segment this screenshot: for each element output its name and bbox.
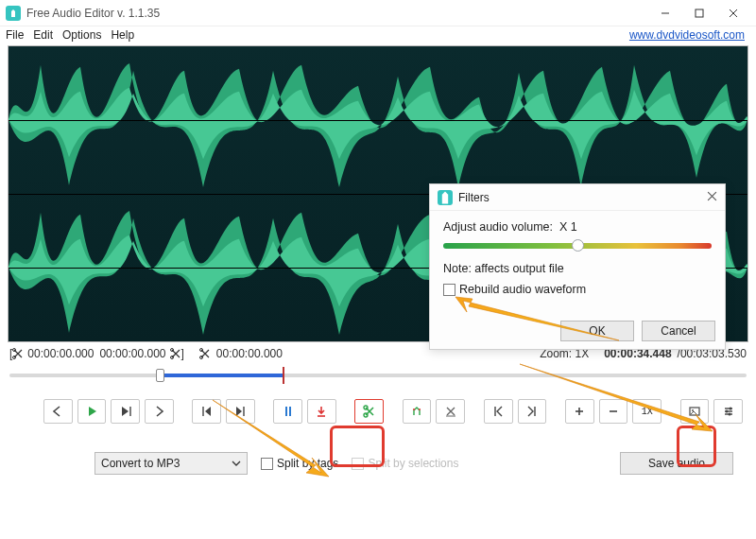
menu-options[interactable]: Options bbox=[62, 28, 101, 42]
volume-label: Adjust audio volume: bbox=[443, 220, 553, 234]
play-selection-button[interactable] bbox=[111, 399, 140, 424]
prev-marker-button[interactable] bbox=[192, 399, 221, 424]
volume-slider[interactable] bbox=[443, 243, 712, 249]
vendor-link[interactable]: www.dvdvideosoft.com bbox=[629, 28, 745, 42]
goto-start-button[interactable] bbox=[484, 399, 513, 424]
rebuild-waveform-checkbox[interactable]: Rebuild audio waveform bbox=[443, 283, 586, 296]
position-slider[interactable] bbox=[9, 365, 747, 390]
trim-button[interactable] bbox=[403, 399, 432, 424]
menu-help[interactable]: Help bbox=[111, 28, 134, 42]
close-button[interactable] bbox=[716, 2, 750, 25]
ok-button[interactable]: OK bbox=[560, 321, 634, 341]
volume-thumb[interactable] bbox=[572, 239, 584, 252]
selection-end-time: 00:00:00.000 bbox=[99, 347, 165, 360]
zoom-out-button[interactable] bbox=[599, 399, 628, 424]
play-button[interactable] bbox=[77, 399, 107, 424]
next-marker-button[interactable] bbox=[226, 399, 255, 424]
filters-button[interactable] bbox=[713, 399, 743, 424]
maximize-button[interactable] bbox=[682, 2, 716, 25]
scissors-icon bbox=[12, 348, 24, 359]
download-marker-button[interactable] bbox=[307, 399, 336, 424]
zoom-in-button[interactable] bbox=[565, 399, 594, 424]
pause-marker-button[interactable] bbox=[273, 399, 302, 424]
format-select[interactable]: Convert to MP3 bbox=[94, 452, 248, 475]
menu-edit[interactable]: Edit bbox=[33, 28, 53, 42]
skip-back-button[interactable] bbox=[43, 399, 73, 424]
window-title: Free Audio Editor v. 1.1.35 bbox=[26, 7, 648, 20]
save-audio-button[interactable]: Save audio bbox=[620, 452, 733, 475]
svg-rect-1 bbox=[696, 9, 703, 17]
svg-point-32 bbox=[728, 413, 730, 416]
toolbar: 1X bbox=[0, 397, 756, 426]
svg-point-18 bbox=[419, 409, 421, 410]
export-bar: Convert to MP3 Split by tags Split by se… bbox=[0, 443, 756, 475]
svg-point-31 bbox=[725, 410, 728, 413]
svg-point-30 bbox=[729, 408, 731, 410]
dialog-title: Filters bbox=[458, 191, 490, 204]
dialog-close-button[interactable] bbox=[707, 191, 717, 204]
app-logo-icon bbox=[6, 6, 21, 21]
cursor-time: 00:00:00.000 bbox=[216, 347, 283, 360]
minimize-button[interactable] bbox=[648, 2, 682, 25]
app-logo-icon bbox=[438, 190, 453, 205]
chevron-down-icon bbox=[230, 457, 243, 470]
svg-point-17 bbox=[413, 409, 415, 410]
scissors-icon bbox=[199, 348, 211, 359]
selection-start-time: 00:00:00.000 bbox=[27, 347, 94, 360]
filters-dialog: Filters Adjust audio volume: X 1 Note: a… bbox=[429, 183, 726, 350]
image-tags-button[interactable] bbox=[680, 399, 710, 424]
split-by-tags-checkbox[interactable]: Split by tags bbox=[261, 457, 338, 471]
goto-end-button[interactable] bbox=[518, 399, 547, 424]
format-value: Convert to MP3 bbox=[101, 457, 180, 470]
cut-button[interactable] bbox=[354, 399, 384, 424]
skip-forward-button[interactable] bbox=[145, 399, 174, 424]
cancel-button[interactable]: Cancel bbox=[642, 321, 715, 341]
slider-thumb[interactable] bbox=[156, 369, 164, 382]
volume-note: Note: affects output file bbox=[443, 262, 712, 275]
volume-value: X 1 bbox=[559, 220, 577, 234]
scissors-icon bbox=[170, 348, 181, 359]
menubar: File Edit Options Help www.dvdvideosoft.… bbox=[0, 26, 756, 45]
delete-cut-button[interactable] bbox=[436, 399, 465, 424]
menu-file[interactable]: File bbox=[6, 28, 24, 42]
zoom-reset-button[interactable]: 1X bbox=[632, 399, 662, 424]
titlebar: Free Audio Editor v. 1.1.35 bbox=[0, 0, 756, 26]
split-by-selections-checkbox: Split by selections bbox=[352, 457, 458, 471]
bracket-right-icon: ] bbox=[181, 347, 184, 360]
